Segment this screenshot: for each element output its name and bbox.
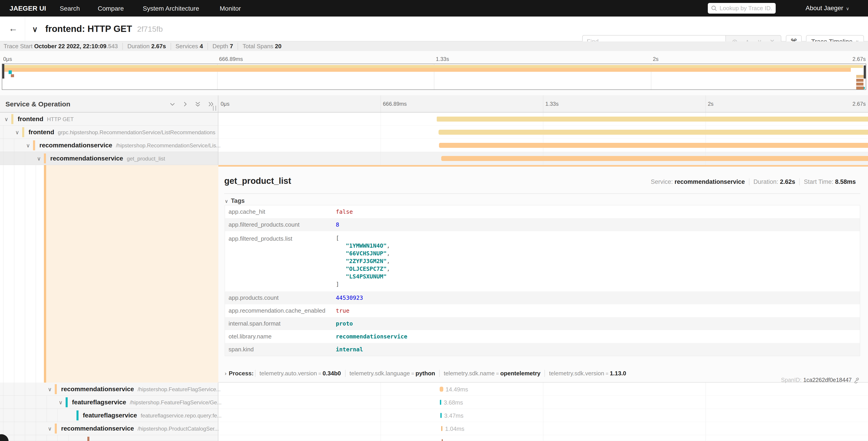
tag-row[interactable]: app.filtered_products.list [ "1YMWWN1N4O… <box>225 231 860 291</box>
services-label: Services <box>176 43 198 50</box>
process-row[interactable]: › Process: telemetry.auto.version=0.34b0… <box>225 370 630 377</box>
service-name: recommendationservice <box>61 385 134 392</box>
span-bar[interactable] <box>442 439 443 441</box>
duration-value: 2.62s <box>780 178 795 185</box>
minimap-span-bar <box>3 65 863 68</box>
minimap-span-bar <box>11 74 14 77</box>
minimap-tick: 2.67s <box>852 56 866 62</box>
link-icon[interactable] <box>854 377 860 383</box>
tag-row[interactable]: app.products.count 44530923 <box>225 291 860 304</box>
nav-item-compare[interactable]: Compare <box>98 5 124 12</box>
minimap-canvas[interactable] <box>2 64 866 90</box>
span-detail-indent-column <box>0 165 218 383</box>
expand-chevron-icon[interactable]: ∨ <box>25 142 31 149</box>
span-bar[interactable] <box>441 426 442 431</box>
divider <box>224 193 860 194</box>
collapse-all-icon[interactable] <box>194 101 202 108</box>
span-bar[interactable] <box>440 400 441 405</box>
span-rows-top: ∨ frontendHTTP GET ∨ frontendgrpc.hipste… <box>0 113 868 165</box>
span-row[interactable]: 3.68ms ∨ featureflagservice/hipstershop.… <box>0 396 868 409</box>
trace-collapse-chevron-icon[interactable]: ∨ <box>32 25 38 34</box>
expand-chevron-icon[interactable]: ∨ <box>46 425 53 432</box>
span-detail-info: Service: recommendationservice Duration:… <box>647 178 860 185</box>
span-color-bar <box>66 397 68 407</box>
duration-label: Duration <box>127 43 150 50</box>
operation-name: grpc.hipstershop.RecommendationService/L… <box>58 129 215 136</box>
span-bar[interactable] <box>438 130 868 135</box>
span-color-bar <box>11 114 13 124</box>
span-rows-bottom: 14.49ms ∨ recommendationservice/hipsters… <box>0 383 868 441</box>
span-color-bar <box>76 410 79 420</box>
expand-chevron-icon[interactable]: ∨ <box>35 155 42 162</box>
depth-value: 7 <box>230 43 233 50</box>
column-resize-handle[interactable] <box>213 106 216 111</box>
minimap-span-bar <box>856 83 864 86</box>
tag-value: 8 <box>336 222 339 228</box>
span-row[interactable]: 14.49ms ∨ recommendationservice/hipsters… <box>0 383 868 396</box>
minimap-span-bar <box>856 86 864 89</box>
expand-one-icon[interactable] <box>182 101 188 108</box>
span-bar[interactable] <box>437 117 868 122</box>
span-id-value: 1ca2262df0e18447 <box>803 377 852 383</box>
nav-item-search[interactable]: Search <box>60 5 80 12</box>
span-detail-panel: get_product_list Service: recommendation… <box>218 165 868 383</box>
span-color-bar <box>55 423 57 434</box>
chevron-right-icon: › <box>225 371 226 377</box>
tag-value: recommendationservice <box>336 333 407 340</box>
timeline-column-header: Service & Operation 0μs 666.89ms 1.33s 2… <box>0 95 868 113</box>
minimap-left-scrubber[interactable] <box>2 64 4 79</box>
nav-item-monitor[interactable]: Monitor <box>220 5 241 12</box>
tag-row[interactable]: otel.library.name recommendationservice <box>225 330 860 343</box>
tag-row[interactable]: span.kind internal <box>225 343 860 356</box>
tag-key: app.filtered_products.count <box>225 221 336 228</box>
process-label: Process: <box>229 370 254 377</box>
minimap-span-bar <box>9 70 12 74</box>
tag-row[interactable]: internal.span.format proto <box>225 317 860 330</box>
span-color-bar <box>22 127 24 137</box>
tag-key: app.filtered_products.list <box>225 234 336 242</box>
jaeger-logo[interactable]: JAEGER UI <box>9 4 46 12</box>
collapse-one-icon[interactable] <box>168 101 176 108</box>
span-row[interactable]: ∨ recommendationservice/hipstershop.Reco… <box>0 139 868 152</box>
search-icon <box>711 5 717 11</box>
minimap-tick: 666.89ms <box>219 56 243 62</box>
tag-row[interactable]: app.filtered_products.count 8 <box>225 218 860 231</box>
span-bar[interactable] <box>441 156 868 161</box>
span-row[interactable]: ∨ frontendHTTP GET <box>0 113 868 126</box>
operation-name: HTTP GET <box>47 116 74 122</box>
expand-chevron-icon[interactable]: ∨ <box>3 116 10 122</box>
expand-chevron-icon[interactable]: ∨ <box>14 129 21 136</box>
span-row[interactable]: ∨ frontendgrpc.hipstershop.Recommendatio… <box>0 126 868 139</box>
span-color-bar <box>44 153 46 164</box>
nav-item-system-architecture[interactable]: System Architecture <box>143 5 199 12</box>
span-row-partial[interactable] <box>0 435 868 441</box>
tag-key: app.cache_hit <box>225 208 336 215</box>
span-row[interactable]: 3.47ms featureflagservicefeatureflagserv… <box>0 409 868 422</box>
tag-key: app.products.count <box>225 294 336 301</box>
about-jaeger-menu[interactable]: About Jaeger∨ <box>806 4 849 12</box>
service-name: frontend <box>29 128 54 136</box>
tag-row[interactable]: app.recommendation.cache_enabled true <box>225 304 860 317</box>
expand-chevron-icon[interactable]: ∨ <box>57 399 64 406</box>
span-bar[interactable] <box>439 143 868 148</box>
service-value: recommendationservice <box>675 178 745 185</box>
span-row-selected[interactable]: 2.62s ∨ recommendationserviceget_product… <box>0 152 868 165</box>
minimap-right-scrubber[interactable] <box>864 65 866 79</box>
span-bar[interactable] <box>440 387 443 392</box>
back-button[interactable]: ← <box>7 23 20 35</box>
span-duration: 1.04ms <box>445 425 464 432</box>
expand-chevron-icon[interactable]: ∨ <box>46 386 53 392</box>
trace-lookup-input[interactable] <box>719 5 772 12</box>
services-value: 4 <box>199 43 203 50</box>
start-time-value: 8.58ms <box>835 178 856 185</box>
timeline-tick: 1.33s <box>545 101 559 107</box>
span-row[interactable]: 1.04ms ∨ recommendationservice/hipstersh… <box>0 422 868 435</box>
trace-summary-bar: Trace Start October 22 2022, 22:10:09.54… <box>0 41 868 51</box>
tags-section-toggle[interactable]: ∨Tags <box>225 198 245 204</box>
minimap-tick: 2s <box>653 56 658 62</box>
tag-row[interactable]: app.cache_hit false <box>225 205 860 218</box>
span-bar[interactable] <box>440 413 442 418</box>
span-duration: 3.68ms <box>444 399 463 406</box>
trace-id: 2f715fb <box>137 25 163 33</box>
operation-name: get_product_list <box>127 155 165 161</box>
